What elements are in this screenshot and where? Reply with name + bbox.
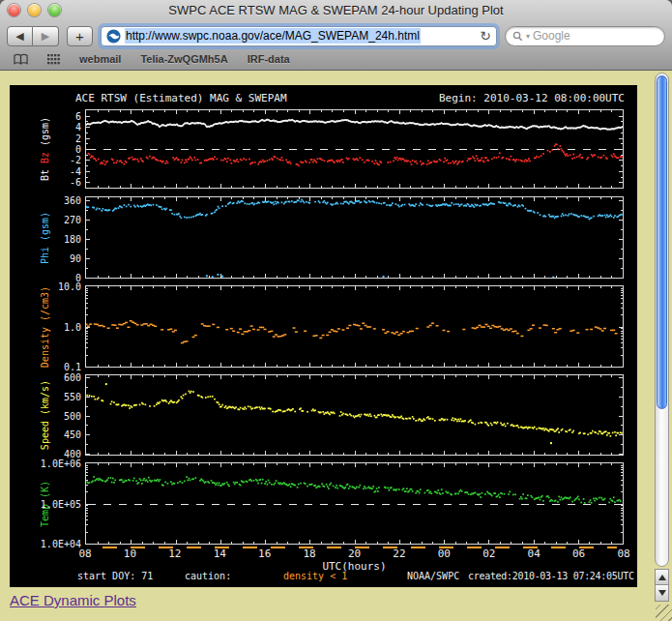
start-doy-label: start DOY: 71 [77, 571, 153, 581]
scrollbar-buttons [655, 569, 669, 602]
created-timestamp: created:2010-03-13 07:24:05UTC [468, 571, 634, 581]
y-tick-label: 550 [37, 392, 81, 402]
search-placeholder: Google [533, 29, 570, 43]
page-content: ACE RTSW (Estimated) MAG & SWEPAM Begin:… [0, 71, 672, 621]
bookmark-telia[interactable]: Telia-ZwQGMh5A [140, 53, 227, 65]
y-tick-label: 4 [37, 122, 81, 133]
bookmarks-bar: webmail Telia-ZwQGMh5A IRF-data [0, 50, 672, 68]
x-tick-label: 12 [168, 547, 181, 560]
ace-plot-image: ACE RTSW (Estimated) MAG & SWEPAM Begin:… [10, 85, 637, 587]
y-tick-label: -6 [37, 177, 81, 188]
window-title: SWPC ACE RTSW MAG & SWEPAM 24-hour Updat… [168, 3, 503, 17]
url-text[interactable]: http://www.swpc.noaa.gov/ace/MAG_SWEPAM_… [125, 28, 421, 44]
forward-button[interactable]: ▶ [33, 26, 59, 46]
y-tick-label: 10.0 [37, 281, 81, 292]
top-sites-grid-icon[interactable] [47, 54, 60, 65]
bookmark-irf-data[interactable]: IRF-data [248, 53, 290, 65]
panel-frame [85, 462, 624, 545]
new-tab-button[interactable]: + [67, 26, 93, 46]
x-tick-label: 08 [78, 547, 91, 560]
x-tick-label: 08 [617, 547, 629, 560]
x-tick-label: 14 [214, 547, 226, 560]
y-tick-label: 180 [37, 234, 81, 245]
plot-begin-timestamp: Begin: 2010-03-12 08:00:00UTC [439, 92, 625, 104]
y-tick-label: 1.0E+04 [37, 539, 81, 549]
y-tick-label: 1.0E+06 [37, 458, 81, 469]
y-tick-label: 450 [37, 429, 81, 440]
y-tick-label: 0 [37, 144, 81, 155]
y-tick-label: 2 [37, 133, 81, 144]
y-tick-label: 6 [37, 111, 81, 122]
back-button[interactable]: ◀ [7, 26, 33, 46]
forward-icon: ▶ [42, 30, 49, 43]
nav-buttons: ◀ ▶ [7, 26, 59, 46]
panel-frame [85, 374, 624, 456]
x-tick-label: 22 [393, 547, 405, 560]
x-tick-label: 10 [124, 547, 136, 560]
browser-window: SWPC ACE RTSW MAG & SWEPAM 24-hour Updat… [0, 0, 672, 621]
x-tick-label: 00 [438, 547, 451, 560]
caution-label: caution: [185, 571, 231, 581]
y-tick-label: 0.1 [37, 362, 81, 372]
search-dropdown-icon[interactable]: ▾ [526, 32, 530, 41]
x-tick-label: 18 [303, 547, 315, 560]
window-controls [8, 4, 61, 16]
plot-panel-speed: Speed (km/s)600550500450400 [10, 374, 637, 456]
panel-frame [85, 285, 624, 368]
address-bar[interactable]: http://www.swpc.noaa.gov/ace/MAG_SWEPAM_… [101, 26, 497, 46]
close-button[interactable] [8, 4, 20, 16]
vertical-scrollbar-thumb[interactable] [657, 75, 667, 409]
bookmarks-book-icon[interactable] [14, 53, 28, 65]
y-tick-label: 270 [37, 215, 81, 225]
title-bar[interactable]: SWPC ACE RTSW MAG & SWEPAM 24-hour Updat… [0, 0, 672, 21]
plot-panel-bt-bz: Bt Bz (gsm)6420-2-4-6 [10, 109, 637, 189]
y-tick-label: 600 [37, 372, 81, 383]
y-tick-label: -2 [37, 155, 81, 165]
reload-icon[interactable]: ↻ [480, 28, 491, 44]
browser-chrome: SWPC ACE RTSW MAG & SWEPAM 24-hour Updat… [0, 0, 672, 71]
y-tick-label: 1.0 [37, 322, 81, 333]
y-tick-label: -4 [37, 166, 81, 177]
y-tick-label: 360 [37, 195, 81, 206]
x-tick-label: 16 [258, 547, 271, 560]
scroll-up-button[interactable] [655, 569, 669, 585]
caution-value: density < 1 [283, 571, 347, 581]
noaa-favicon-icon [106, 29, 121, 44]
panel-frame [85, 109, 624, 189]
x-tick-label: 20 [348, 547, 361, 560]
back-icon: ◀ [15, 30, 23, 43]
x-tick-label: 06 [572, 547, 585, 560]
arrow-down-icon [658, 590, 666, 596]
y-tick-label: 500 [37, 411, 81, 422]
plot-panel-phi: Phi (gsm)360270180900 [10, 196, 637, 279]
source-label: NOAA/SWPC [407, 571, 459, 581]
window-resize-grip-icon[interactable] [656, 605, 672, 621]
plus-icon: + [75, 28, 84, 44]
x-tick-label: 02 [482, 547, 495, 560]
search-icon [512, 31, 523, 42]
minimize-button[interactable] [28, 4, 41, 16]
y-tick-label: 90 [37, 253, 81, 264]
search-field[interactable]: ▾ Google [505, 26, 665, 46]
browser-toolbar: ◀ ▶ + http://www.swpc.noaa.gov/ace/MAG_S… [0, 21, 672, 50]
bookmark-webmail[interactable]: webmail [79, 53, 121, 65]
ace-dynamic-plots-link[interactable]: ACE Dynamic Plots [10, 592, 136, 608]
plot-panel-density: Density (/cm3)10.01.00.1 [10, 285, 637, 368]
scroll-down-button[interactable] [655, 585, 669, 602]
panel-frame [85, 196, 624, 279]
arrow-up-icon [658, 575, 666, 580]
zoom-button[interactable] [48, 4, 61, 16]
x-tick-label: 04 [528, 547, 541, 560]
plot-title: ACE RTSW (Estimated) MAG & SWEPAM [75, 92, 287, 104]
y-tick-label: 1.0E+05 [37, 499, 81, 510]
vertical-scrollbar-track[interactable] [655, 73, 669, 567]
plot-panel-temp: Temp (K)1.0E+061.0E+051.0E+04 [10, 462, 637, 545]
